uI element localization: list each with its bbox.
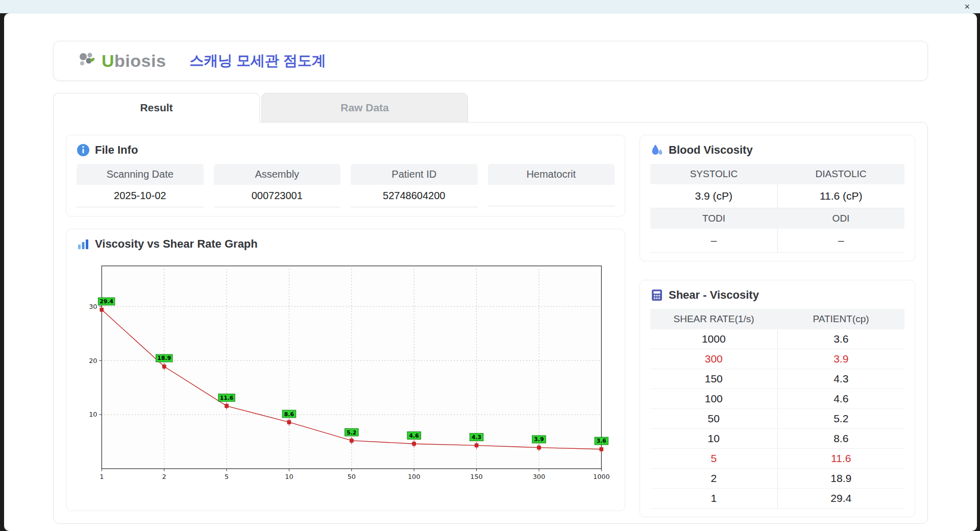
bv-header-row: TODIODI bbox=[650, 208, 904, 229]
bv-value-row: –– bbox=[650, 229, 904, 253]
svg-text:300: 300 bbox=[533, 473, 545, 480]
svg-text:5: 5 bbox=[225, 473, 229, 480]
svg-text:10: 10 bbox=[89, 411, 97, 418]
patient-viscosity-cell: 29.4 bbox=[777, 489, 904, 509]
svg-text:1000: 1000 bbox=[593, 473, 610, 480]
patient-viscosity-cell: 11.6 bbox=[777, 449, 904, 469]
right-column: Blood Viscosity SYSTOLICDIASTOLIC3.9 (cP… bbox=[640, 135, 915, 511]
shear-viscosity-title-row: Shear - Viscosity bbox=[650, 288, 904, 302]
shear-table-header-row: SHEAR RATE(1/s) PATIENT(cp) bbox=[650, 309, 904, 329]
bv-header-cell: TODI bbox=[650, 208, 777, 229]
shear-table-row: 3003.9 bbox=[650, 349, 904, 369]
blood-viscosity-card: Blood Viscosity SYSTOLICDIASTOLIC3.9 (cP… bbox=[640, 135, 915, 261]
bv-value-cell: – bbox=[650, 229, 778, 253]
patient-viscosity-cell: 18.9 bbox=[777, 469, 904, 489]
logo-text-u: U bbox=[102, 51, 114, 70]
shear-table-row: 505.2 bbox=[650, 409, 904, 429]
svg-text:29.4: 29.4 bbox=[100, 298, 113, 305]
patient-viscosity-cell: 4.3 bbox=[777, 369, 904, 389]
bv-value-cell: 11.6 (cP) bbox=[778, 184, 905, 208]
shear-table-row: 511.6 bbox=[650, 449, 904, 469]
ubiosis-logo: Ubiosis bbox=[76, 50, 166, 72]
field-label: Assembly bbox=[214, 164, 341, 185]
file-info-card: File Info Scanning Date2025-10-02Assembl… bbox=[66, 135, 625, 216]
svg-text:20: 20 bbox=[89, 357, 97, 365]
file-info-field: Patient ID52748604200 bbox=[351, 164, 478, 207]
svg-text:3.6: 3.6 bbox=[597, 438, 606, 445]
patient-column-header: PATIENT(cp) bbox=[777, 309, 904, 329]
file-info-field: Hematocrit bbox=[488, 164, 615, 207]
shear-table-row: 10003.6 bbox=[650, 329, 904, 349]
patient-viscosity-cell: 3.9 bbox=[777, 349, 904, 369]
tab-bar: Result Raw Data bbox=[53, 93, 928, 122]
bv-value-cell: – bbox=[778, 229, 905, 253]
svg-text:11.6: 11.6 bbox=[220, 395, 234, 401]
svg-text:18.9: 18.9 bbox=[157, 355, 171, 361]
shear-table-row: 218.9 bbox=[650, 469, 904, 489]
shear-rate-cell: 100 bbox=[650, 389, 777, 409]
shear-table-row: 129.4 bbox=[650, 489, 904, 509]
bv-value-cell: 3.9 (cP) bbox=[650, 184, 778, 208]
file-info-title: File Info bbox=[95, 143, 138, 157]
info-icon bbox=[77, 143, 90, 157]
field-value bbox=[488, 185, 615, 206]
tab-result[interactable]: Result bbox=[53, 93, 260, 123]
close-button[interactable]: × bbox=[961, 2, 973, 11]
shear-viscosity-card: Shear - Viscosity SHEAR RATE(1/s) PATIEN… bbox=[640, 280, 915, 517]
patient-viscosity-cell: 3.6 bbox=[777, 329, 904, 349]
window-titlebar: × bbox=[0, 0, 980, 13]
svg-text:5.2: 5.2 bbox=[347, 429, 356, 436]
svg-text:30: 30 bbox=[89, 303, 97, 310]
blood-viscosity-title: Blood Viscosity bbox=[669, 143, 753, 157]
field-value: 000723001 bbox=[214, 185, 341, 207]
main-panel: File Info Scanning Date2025-10-02Assembl… bbox=[53, 122, 928, 524]
field-value: 2025-10-02 bbox=[77, 185, 204, 207]
bar-chart-icon bbox=[77, 237, 90, 251]
shear-table-body: 10003.63003.91504.31004.6505.2108.6511.6… bbox=[650, 329, 904, 509]
left-column: File Info Scanning Date2025-10-02Assembl… bbox=[66, 135, 625, 511]
shear-viscosity-title: Shear - Viscosity bbox=[669, 288, 759, 302]
app-content: Ubiosis 스캐닝 모세관 점도계 Result Raw Data bbox=[4, 13, 977, 531]
patient-viscosity-cell: 4.6 bbox=[777, 389, 904, 409]
shear-viscosity-table: SHEAR RATE(1/s) PATIENT(cp) 10003.63003.… bbox=[650, 309, 904, 509]
logo-icon bbox=[76, 50, 99, 72]
file-info-fields: Scanning Date2025-10-02Assembly000723001… bbox=[77, 164, 615, 207]
header-card: Ubiosis 스캐닝 모세관 점도계 bbox=[53, 41, 928, 81]
svg-text:2: 2 bbox=[162, 473, 166, 480]
svg-text:50: 50 bbox=[348, 473, 356, 480]
calculator-icon bbox=[650, 288, 664, 302]
blood-viscosity-title-row: Blood Viscosity bbox=[650, 143, 904, 157]
logo-text: Ubiosis bbox=[102, 51, 166, 71]
svg-text:8.6: 8.6 bbox=[284, 411, 294, 418]
shear-rate-cell: 50 bbox=[650, 409, 777, 429]
svg-text:150: 150 bbox=[470, 473, 482, 480]
shear-rate-cell: 1 bbox=[650, 489, 777, 509]
file-info-field: Assembly000723001 bbox=[214, 164, 341, 207]
bv-header-cell: SYSTOLIC bbox=[650, 164, 777, 184]
shear-rate-cell: 1000 bbox=[650, 329, 777, 349]
page-title: 스캐닝 모세관 점도계 bbox=[189, 51, 326, 70]
shear-table-row: 1504.3 bbox=[650, 369, 904, 389]
bv-header-cell: DIASTOLIC bbox=[777, 164, 904, 184]
field-label: Patient ID bbox=[351, 164, 478, 185]
shear-rate-cell: 150 bbox=[650, 369, 777, 389]
logo-text-rest: biosis bbox=[114, 51, 166, 70]
tab-raw-data[interactable]: Raw Data bbox=[261, 93, 468, 123]
svg-text:100: 100 bbox=[408, 473, 420, 480]
shear-rate-cell: 2 bbox=[650, 469, 777, 489]
graph-card: Viscosity vs Shear Rate Graph 1020301251… bbox=[66, 229, 625, 511]
file-info-field: Scanning Date2025-10-02 bbox=[77, 164, 204, 207]
bv-header-row: SYSTOLICDIASTOLIC bbox=[650, 164, 904, 184]
shear-rate-cell: 10 bbox=[650, 429, 777, 449]
field-label: Scanning Date bbox=[77, 164, 204, 185]
shear-rate-cell: 5 bbox=[650, 449, 777, 469]
shear-table-row: 1004.6 bbox=[650, 389, 904, 409]
water-drop-icon bbox=[650, 143, 664, 157]
shear-rate-cell: 300 bbox=[650, 349, 777, 369]
field-label: Hematocrit bbox=[488, 164, 615, 185]
svg-text:10: 10 bbox=[285, 473, 293, 480]
graph-title-row: Viscosity vs Shear Rate Graph bbox=[77, 237, 615, 251]
graph-title: Viscosity vs Shear Rate Graph bbox=[95, 237, 258, 251]
bv-header-cell: ODI bbox=[777, 208, 904, 229]
file-info-title-row: File Info bbox=[77, 143, 615, 157]
